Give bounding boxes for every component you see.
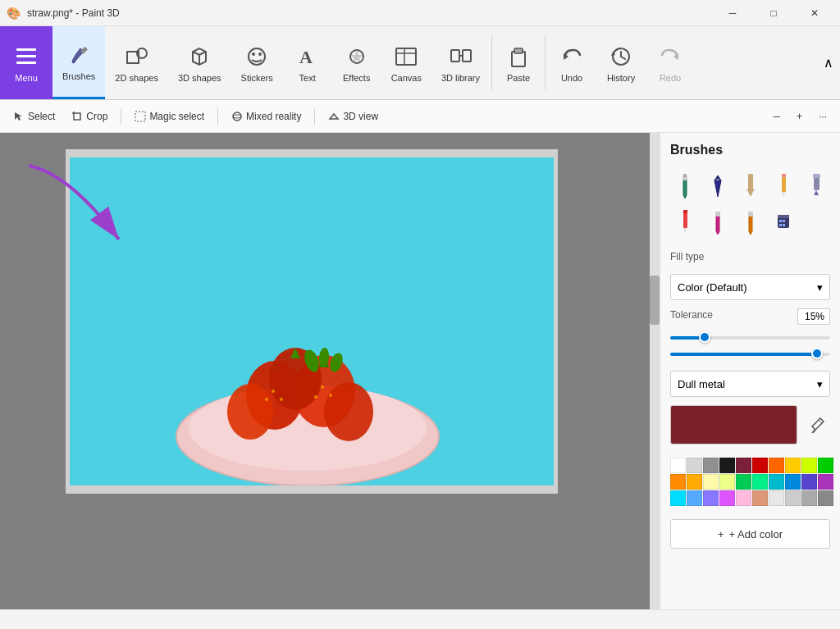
color-cell[interactable] (785, 474, 801, 490)
brush-item-airbrush[interactable] (801, 169, 831, 202)
color-cell[interactable] (670, 458, 686, 473)
secondary-toolbar: Select Crop Magic select Mixed reality 3… (0, 100, 840, 133)
eyedropper-button[interactable] (804, 412, 830, 438)
shapes2d-button[interactable]: 2D shapes (105, 26, 168, 99)
chevron-down-icon: ▾ (817, 281, 823, 294)
slider2-thumb[interactable] (811, 348, 823, 359)
main-area: Brushes (0, 133, 840, 609)
color-cell[interactable] (687, 490, 702, 506)
paste-button[interactable]: Paste (494, 26, 543, 99)
select-tool[interactable]: Select (7, 107, 62, 125)
stickers-button[interactable]: Stickers (231, 26, 283, 99)
svg-rect-71 (779, 224, 782, 226)
metal-dropdown[interactable]: Dull metal ▾ (670, 371, 830, 397)
color-cell[interactable] (736, 458, 751, 473)
color-cell[interactable] (801, 458, 817, 473)
color-cell[interactable] (769, 458, 784, 473)
color-cell[interactable] (670, 490, 686, 506)
color-cell[interactable] (703, 490, 719, 506)
brush-item-special[interactable] (769, 205, 798, 238)
canvas-button[interactable]: Canvas (381, 26, 431, 99)
color-cell[interactable] (703, 474, 719, 490)
add-color-button[interactable]: + + Add color (670, 519, 830, 549)
color-cell[interactable] (785, 490, 801, 506)
status-bar (0, 609, 840, 629)
library3d-button[interactable]: 3D library (431, 26, 490, 99)
fill-type-dropdown[interactable]: Color (Default) ▾ (670, 274, 830, 300)
svg-point-9 (258, 52, 262, 56)
svg-rect-68 (778, 215, 789, 218)
brush-item-pencil[interactable] (769, 169, 798, 202)
svg-point-47 (265, 398, 268, 401)
minimize-button[interactable]: ─ (714, 0, 751, 26)
color-cell[interactable] (801, 474, 817, 490)
color-cell[interactable] (687, 474, 702, 490)
color-cell[interactable] (752, 458, 768, 473)
zoom-in-button[interactable]: + (790, 107, 809, 125)
color-cell[interactable] (785, 458, 801, 473)
toolbar-collapse-button[interactable]: ∧ (817, 48, 840, 77)
color-cell[interactable] (801, 490, 817, 506)
color-cell[interactable] (818, 458, 833, 473)
brushes-button[interactable]: Brushes (52, 26, 105, 99)
color-cell[interactable] (719, 490, 735, 506)
svg-rect-65 (715, 212, 720, 217)
menu-button[interactable]: Menu (0, 26, 52, 99)
text-button[interactable]: A Text (283, 26, 332, 99)
brush-item-oil[interactable] (736, 169, 765, 202)
color-cell[interactable] (769, 490, 784, 506)
color-cell[interactable] (687, 458, 702, 473)
color-cell[interactable] (719, 474, 735, 490)
add-color-label: + Add color (729, 528, 783, 540)
toolbar: Menu Brushes 2D shapes 3D shapes (0, 26, 840, 100)
color-cell[interactable] (736, 474, 751, 490)
brush-item-pink-marker[interactable] (703, 205, 733, 238)
close-button[interactable]: ✕ (796, 0, 833, 26)
magic-select-tool[interactable]: Magic select (128, 107, 211, 125)
history-button[interactable]: History (596, 26, 646, 99)
brush-item-marker[interactable] (670, 169, 700, 202)
color-cell[interactable] (752, 490, 768, 506)
canvas-area (0, 133, 660, 609)
color-swatch-main[interactable] (670, 405, 797, 444)
canvas-image[interactable] (70, 157, 554, 485)
shapes3d-button[interactable]: 3D shapes (168, 26, 231, 99)
vertical-scrollbar[interactable] (650, 133, 660, 609)
svg-point-49 (329, 394, 332, 397)
slider-thumb[interactable] (699, 331, 710, 343)
effects-button[interactable]: Effects (332, 26, 381, 99)
color-cell[interactable] (736, 490, 751, 506)
view3d-tool[interactable]: 3D view (322, 107, 385, 125)
undo-button[interactable]: Undo (547, 26, 596, 99)
panel-title: Brushes (670, 143, 830, 157)
svg-rect-70 (783, 220, 785, 222)
brush-item-orange-marker[interactable] (736, 205, 765, 238)
color-cell[interactable] (752, 474, 768, 490)
color-cell[interactable] (719, 458, 735, 473)
svg-rect-55 (683, 174, 687, 177)
svg-rect-62 (683, 212, 687, 228)
svg-point-44 (227, 384, 273, 440)
redo-button[interactable]: Redo (646, 26, 695, 99)
svg-marker-63 (683, 228, 687, 233)
crop-tool[interactable]: Crop (65, 107, 114, 125)
color-cell[interactable] (769, 474, 784, 490)
zoom-out-button[interactable]: ─ (766, 107, 787, 125)
color-cell[interactable] (818, 490, 833, 506)
tolerance-slider[interactable] (670, 336, 830, 340)
more-options-button[interactable]: ··· (812, 107, 833, 125)
slider2-fill (670, 353, 815, 356)
secondary-slider[interactable] (670, 353, 830, 356)
color-cell[interactable] (670, 474, 686, 490)
svg-rect-72 (783, 224, 785, 226)
color-cell[interactable] (818, 474, 833, 490)
scrollbar-thumb[interactable] (650, 276, 660, 325)
svg-point-50 (314, 395, 317, 399)
brush-item-calligraphy[interactable] (703, 169, 733, 202)
color-cell[interactable] (703, 458, 719, 473)
mixed-reality-tool[interactable]: Mixed reality (225, 107, 308, 125)
maximize-button[interactable]: □ (755, 0, 792, 26)
svg-rect-1 (16, 55, 36, 57)
brush-item-colored-pencil[interactable] (670, 205, 700, 238)
svg-text:A: A (299, 47, 313, 67)
